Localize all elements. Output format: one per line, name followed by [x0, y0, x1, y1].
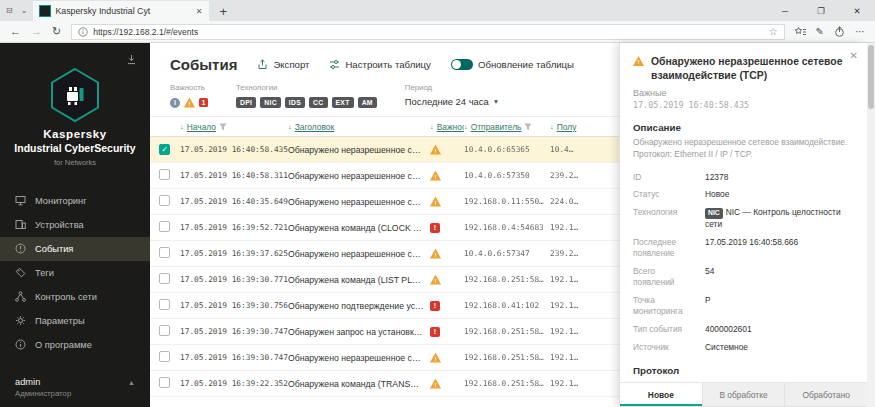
scrollbar-thumb[interactable] [868, 45, 874, 109]
back-button[interactable]: ← [10, 26, 21, 37]
sidebar-item-контроль-сети[interactable]: Контроль сети [0, 285, 150, 309]
row-checkbox[interactable] [159, 299, 170, 310]
events-icon [15, 243, 26, 254]
technology-badge-am[interactable]: AM [358, 97, 377, 108]
forward-button[interactable]: → [31, 26, 42, 37]
row-checkbox[interactable] [159, 221, 170, 232]
browser-tab[interactable]: Kaspersky Industrial Cyt ✕ [33, 1, 209, 21]
table-row[interactable]: 17.05.2019 16:39:30.756Обнаружено подтве… [150, 293, 619, 319]
event-sender: 192.168.0.251:58… [464, 327, 550, 336]
sidebar-item-параметры[interactable]: Параметры [0, 309, 150, 333]
events-table: ✓17.05.2019 16:40:58.435Обнаружено нераз… [150, 137, 619, 407]
sidebar-item-мониторинг[interactable]: Мониторинг [0, 189, 150, 213]
row-checkbox[interactable] [159, 195, 170, 206]
export-button[interactable]: Экспорт [257, 59, 309, 70]
table-row[interactable]: 17.05.2019 16:39:30.747Обнаружен запрос … [150, 319, 619, 345]
more-options-icon[interactable]: ⋯ [855, 26, 865, 37]
sidebar-item-теги[interactable]: Теги [0, 261, 150, 285]
event-sender: 192.168.0.41:102 [464, 301, 550, 310]
row-checkbox[interactable] [159, 247, 170, 258]
table-row[interactable]: 17.05.2019 16:39:30.771Обнаружена команд… [150, 267, 619, 293]
status-tab-обработано[interactable]: Обработано [784, 383, 867, 407]
new-tab-button[interactable]: + [209, 1, 237, 21]
event-severity-cell: ! [430, 249, 464, 259]
field-value: 17.05.2019 16:40:58.666 [705, 237, 798, 259]
table-row[interactable]: 17.05.2019 16:39:37.625Обнаружено неразр… [150, 241, 619, 267]
download-icon[interactable] [126, 54, 137, 65]
status-tab-новое[interactable]: Новое [620, 383, 702, 407]
about-icon [15, 339, 26, 350]
maximize-button[interactable]: ❐ [803, 0, 839, 21]
table-row[interactable]: 17.05.2019 16:39:22.352Обнаружена команд… [150, 371, 619, 397]
site-info-icon[interactable] [78, 27, 88, 37]
field-label: Тип события [633, 324, 691, 335]
event-receiver: 192.1… [550, 223, 619, 232]
chevron-up-icon[interactable]: ▲ [128, 379, 135, 386]
technology-badge-ids[interactable]: IDS [285, 97, 305, 108]
table-row[interactable]: 17.05.2019 16:39:30.747Обнаружено неразр… [150, 345, 619, 371]
browser-navbar: ← → ↻ https://192.168.2.1/#/events ☆ ✎ ⋯ [0, 21, 875, 43]
warning-severity-icon: ! [430, 171, 441, 181]
user-name: admin [15, 377, 40, 387]
favorite-star-icon[interactable]: ☆ [769, 26, 778, 37]
table-row[interactable]: 17.05.2019 16:40:58.311Обнаружено неразр… [150, 163, 619, 189]
sidebar-item-о-программе[interactable]: О программе [0, 333, 150, 357]
page-scrollbar[interactable] [867, 43, 875, 407]
close-panel-icon[interactable]: ✕ [850, 50, 858, 61]
row-checkbox[interactable] [159, 351, 170, 362]
auto-refresh-toggle[interactable]: Обновление таблицы [451, 59, 574, 70]
row-checkbox[interactable] [159, 377, 170, 388]
field-value: Системное [705, 342, 748, 353]
close-button[interactable]: ✕ [839, 0, 875, 21]
info-severity-icon[interactable]: i [170, 98, 180, 108]
warning-severity-icon[interactable]: ! [184, 98, 195, 108]
filter-funnel-icon[interactable] [524, 123, 532, 131]
importance-filter[interactable]: i ! 1 [170, 96, 208, 109]
technology-badge-nic[interactable]: NIC [260, 97, 281, 108]
event-sender: 192.168.0.251:58… [464, 353, 550, 362]
row-checkbox[interactable] [159, 325, 170, 336]
user-block[interactable]: admin ▲ Администратор [0, 370, 150, 407]
row-checkbox[interactable]: ✓ [159, 144, 170, 155]
share-icon[interactable] [834, 26, 845, 37]
row-checkbox[interactable] [159, 169, 170, 180]
field-label: ID [633, 172, 691, 183]
minimize-button[interactable]: ─ [767, 0, 803, 21]
sidebar-item-события[interactable]: События [0, 237, 150, 261]
column-receiver[interactable]: ↓ Полу [550, 122, 619, 132]
event-severity-cell: ! [430, 275, 464, 285]
table-row[interactable]: ✓17.05.2019 16:40:58.435Обнаружено нераз… [150, 137, 619, 163]
technology-badge-dpi[interactable]: DPI [236, 97, 256, 108]
period-select[interactable]: Последние 24 часа ▼ [405, 96, 499, 107]
tab-preview-chevron-icon[interactable]: ⌄ [21, 6, 28, 15]
field-value: NICNIC — Контроль целостности сети [705, 207, 854, 230]
address-bar[interactable]: https://192.168.2.1/#/events ☆ [71, 24, 784, 40]
critical-severity-icon[interactable]: 1 [199, 98, 208, 107]
event-sender: 10.4.0.6:65365 [464, 145, 550, 154]
table-row[interactable]: 17.05.2019 16:39:52.721Обнаружена команд… [150, 215, 619, 241]
tab-close-icon[interactable]: ✕ [196, 7, 203, 16]
column-start[interactable]: ↓ Начало [180, 122, 288, 132]
configure-table-button[interactable]: Настроить таблицу [329, 59, 430, 70]
status-tab-в-обработке[interactable]: В обработке [702, 383, 785, 407]
warning-severity-icon: ! [430, 379, 441, 389]
technology-badge-ext[interactable]: EXT [332, 97, 354, 108]
technology-badge-cc[interactable]: CC [309, 97, 327, 108]
row-checkbox[interactable] [159, 273, 170, 284]
filter-funnel-icon[interactable] [219, 123, 227, 131]
web-note-icon[interactable]: ✎ [816, 26, 824, 37]
field-label: Статус [633, 189, 691, 200]
column-title[interactable]: ↓ Заголовок [288, 122, 430, 132]
table-row[interactable]: 17.05.2019 16:40:35.649Обнаружено неразр… [150, 189, 619, 215]
kaspersky-logo [49, 67, 101, 123]
toggle-switch-icon[interactable] [451, 59, 473, 70]
refresh-button[interactable]: ↻ [52, 26, 61, 37]
warning-severity-icon: ! [430, 145, 441, 155]
sidebar-item-устройства[interactable]: Устройства [0, 213, 150, 237]
sort-arrow-icon: ↓ [180, 122, 184, 131]
event-title: Обнаружено подтверждение устано… [288, 301, 430, 311]
column-importance[interactable]: ↓ Важность [430, 122, 464, 132]
column-sender[interactable]: ↓ Отправитель [464, 122, 550, 132]
tabs-aside-icon[interactable]: ⊟ [6, 6, 13, 15]
favorites-hub-icon[interactable] [795, 26, 806, 37]
